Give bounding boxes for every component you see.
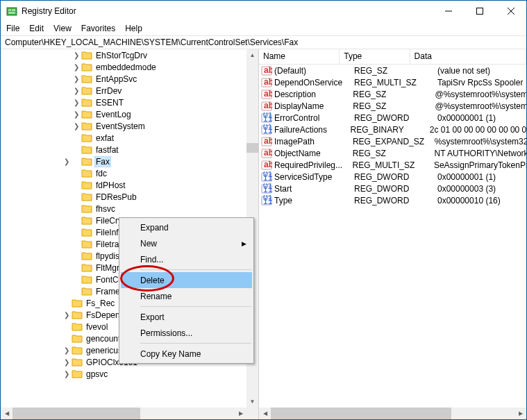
expand-arrow-icon[interactable]: ❯ bbox=[72, 87, 81, 94]
value-type: REG_SZ bbox=[353, 101, 435, 111]
value-type: REG_DWORD bbox=[354, 172, 437, 182]
scroll-right-button[interactable]: ▶ bbox=[235, 408, 246, 419]
values-horizontal-scrollbar[interactable]: ◀ ▶ bbox=[259, 408, 526, 419]
menu-item-export[interactable]: Export bbox=[121, 309, 252, 325]
folder-icon bbox=[81, 274, 92, 285]
expand-arrow-icon[interactable]: ❯ bbox=[72, 110, 81, 118]
expand-arrow-icon[interactable]: ❯ bbox=[62, 346, 72, 354]
tree-item-ehstortcgdrv[interactable]: ❯EhStorTcgDrv bbox=[1, 49, 246, 61]
value-name: Description bbox=[274, 90, 353, 99]
scroll-up-button[interactable]: ▲ bbox=[246, 49, 258, 61]
menu-view[interactable]: View bbox=[53, 24, 72, 33]
expand-arrow-icon[interactable]: ❯ bbox=[72, 63, 81, 71]
menu-item-label: Copy Key Name bbox=[140, 349, 201, 359]
tree-item-label: EhStorTcgDrv bbox=[94, 51, 149, 60]
values-list[interactable]: ab(Default)REG_SZ(value not set)abDepend… bbox=[259, 65, 526, 408]
tree-item-gpsvc[interactable]: ❯gpsvc bbox=[1, 368, 246, 380]
scroll-right-button[interactable]: ▶ bbox=[515, 408, 526, 419]
expand-arrow-icon[interactable]: ❯ bbox=[62, 370, 72, 378]
value-row[interactable]: 011110FailureActionsREG_BINARY2c 01 00 0… bbox=[259, 124, 526, 135]
menu-file[interactable]: File bbox=[6, 24, 19, 33]
window-buttons bbox=[433, 1, 526, 22]
tree-item-exfat[interactable]: exfat bbox=[1, 132, 246, 144]
value-row[interactable]: abRequiredPrivileg...REG_MULTI_SZSeAssig… bbox=[259, 159, 526, 171]
column-header-name[interactable]: Name bbox=[259, 49, 340, 64]
svg-rect-3 bbox=[8, 12, 15, 14]
expand-arrow-icon[interactable]: ❯ bbox=[72, 51, 81, 59]
tree-item-label: fdc bbox=[94, 169, 108, 178]
value-row[interactable]: abImagePathREG_EXPAND_SZ%systemroot%\sys… bbox=[259, 135, 526, 147]
string-value-icon: ab bbox=[261, 160, 272, 171]
menu-favorites[interactable]: Favorites bbox=[81, 24, 115, 33]
tree-item-fax[interactable]: ❯Fax bbox=[1, 156, 246, 167]
value-row[interactable]: abDescriptionREG_SZ@%systemroot%\system bbox=[259, 88, 526, 100]
tree-item-embeddedmode[interactable]: ❯embeddedmode bbox=[1, 61, 246, 73]
expand-arrow-icon[interactable]: ❯ bbox=[72, 122, 81, 130]
folder-icon bbox=[81, 251, 92, 262]
tree-horizontal-scrollbar[interactable]: ◀ ▶ bbox=[1, 408, 246, 419]
menu-item-permissions[interactable]: Permissions... bbox=[121, 325, 252, 341]
scroll-left-button[interactable]: ◀ bbox=[1, 408, 12, 419]
expand-arrow-icon[interactable]: ❯ bbox=[72, 75, 81, 83]
tree-item-fhsvc[interactable]: fhsvc bbox=[1, 203, 246, 215]
value-row[interactable]: 011110StartREG_DWORD0x00000003 (3) bbox=[259, 183, 526, 194]
menu-item-delete[interactable]: Delete bbox=[121, 272, 252, 288]
value-row[interactable]: abObjectNameREG_SZNT AUTHORITY\Network bbox=[259, 147, 526, 159]
folder-icon bbox=[81, 85, 92, 96]
address-bar[interactable]: Computer\HKEY_LOCAL_MACHINE\SYSTEM\Curre… bbox=[1, 35, 526, 49]
menu-item-expand[interactable]: Expand bbox=[121, 219, 252, 235]
scroll-left-button[interactable]: ◀ bbox=[259, 408, 271, 419]
tree-item-fdc[interactable]: fdc bbox=[1, 167, 246, 179]
value-data: SeAssignPrimaryTokenPr bbox=[434, 160, 526, 170]
expand-arrow-icon[interactable]: ❯ bbox=[72, 99, 81, 106]
scroll-track[interactable] bbox=[271, 408, 515, 419]
value-row[interactable]: 011110ServiceSidTypeREG_DWORD0x00000001 … bbox=[259, 171, 526, 183]
scroll-track[interactable] bbox=[12, 408, 235, 419]
value-row[interactable]: abDependOnServiceREG_MULTI_SZTapiSrv Rpc… bbox=[259, 76, 526, 88]
tree-item-label: fhsvc bbox=[94, 204, 117, 214]
content-area: ❯EhStorTcgDrv❯embeddedmode❯EntAppSvc❯Err… bbox=[1, 49, 526, 419]
tree-item-eventlog[interactable]: ❯EventLog bbox=[1, 108, 246, 120]
scroll-thumb[interactable] bbox=[271, 408, 451, 419]
tree-item-esent[interactable]: ❯ESENT bbox=[1, 96, 246, 108]
svg-text:ab: ab bbox=[264, 89, 272, 99]
value-row[interactable]: 011110TypeREG_DWORD0x00000010 (16) bbox=[259, 194, 526, 206]
maximize-button[interactable] bbox=[464, 1, 495, 22]
menu-edit[interactable]: Edit bbox=[29, 24, 44, 33]
value-row[interactable]: ab(Default)REG_SZ(value not set) bbox=[259, 65, 526, 76]
titlebar[interactable]: Registry Editor bbox=[1, 1, 526, 22]
expand-arrow-icon[interactable]: ❯ bbox=[62, 358, 72, 366]
tree-item-fdrespub[interactable]: FDResPub bbox=[1, 191, 246, 203]
string-value-icon: ab bbox=[261, 89, 272, 100]
scroll-thumb[interactable] bbox=[246, 143, 258, 153]
menu-help[interactable]: Help bbox=[125, 24, 142, 33]
menu-item-find[interactable]: Find... bbox=[121, 251, 252, 267]
expand-arrow-icon[interactable]: ❯ bbox=[62, 311, 72, 319]
expand-arrow-icon[interactable]: ❯ bbox=[62, 158, 72, 165]
menu-item-label: Find... bbox=[140, 255, 163, 264]
value-name: ImagePath bbox=[274, 137, 353, 146]
menu-item-new[interactable]: New▶ bbox=[121, 235, 252, 251]
scroll-down-button[interactable]: ▼ bbox=[246, 396, 258, 408]
string-value-icon: ab bbox=[261, 136, 272, 147]
minimize-button[interactable] bbox=[433, 1, 464, 22]
tree-item-eventsystem[interactable]: ❯EventSystem bbox=[1, 120, 246, 132]
value-row[interactable]: abDisplayNameREG_SZ@%systemroot%\system bbox=[259, 100, 526, 112]
value-row[interactable]: 011110ErrorControlREG_DWORD0x00000001 (1… bbox=[259, 112, 526, 124]
value-data: NT AUTHORITY\Network bbox=[434, 149, 526, 158]
scroll-thumb[interactable] bbox=[12, 408, 140, 419]
tree-item-errdev[interactable]: ❯ErrDev bbox=[1, 85, 246, 96]
menu-separator bbox=[140, 343, 251, 344]
column-header-data[interactable]: Data bbox=[410, 49, 526, 64]
string-value-icon: ab bbox=[261, 65, 272, 76]
menu-item-copy-key-name[interactable]: Copy Key Name bbox=[121, 346, 252, 362]
menubar: FileEditViewFavoritesHelp bbox=[1, 22, 526, 35]
menu-item-rename[interactable]: Rename bbox=[121, 288, 252, 304]
column-header-type[interactable]: Type bbox=[340, 49, 410, 64]
tree-item-fastfat[interactable]: fastfat bbox=[1, 144, 246, 156]
tree-item-entappsvc[interactable]: ❯EntAppSvc bbox=[1, 73, 246, 85]
tree-item-fdphost[interactable]: fdPHost bbox=[1, 179, 246, 191]
value-name: Type bbox=[274, 196, 354, 205]
values-header[interactable]: NameTypeData bbox=[259, 49, 526, 65]
close-button[interactable] bbox=[495, 1, 526, 22]
